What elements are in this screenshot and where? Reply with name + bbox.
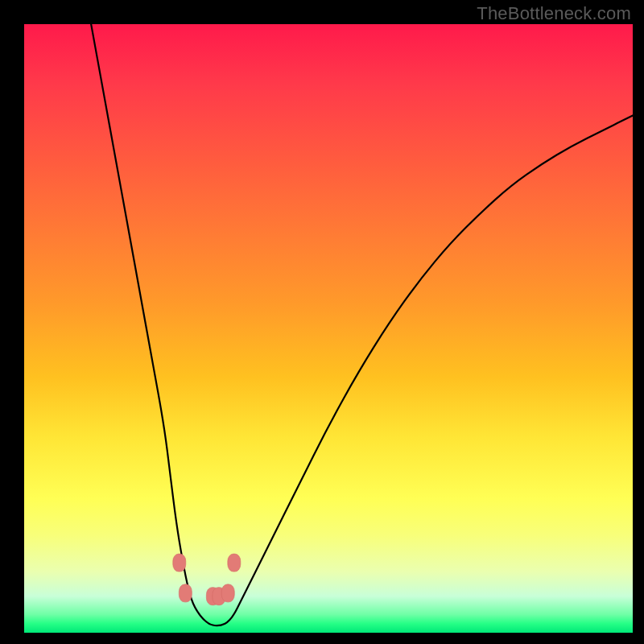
plot-area bbox=[24, 24, 633, 633]
curve-marker bbox=[221, 584, 234, 602]
curve-layer bbox=[24, 24, 633, 633]
curve-marker bbox=[179, 584, 192, 602]
curve-marker bbox=[228, 554, 241, 572]
curve-markers bbox=[173, 554, 241, 605]
watermark-text: TheBottleneck.com bbox=[477, 3, 631, 24]
chart-frame: TheBottleneck.com bbox=[0, 0, 644, 644]
bottleneck-curve bbox=[91, 24, 633, 625]
curve-marker bbox=[173, 554, 186, 572]
